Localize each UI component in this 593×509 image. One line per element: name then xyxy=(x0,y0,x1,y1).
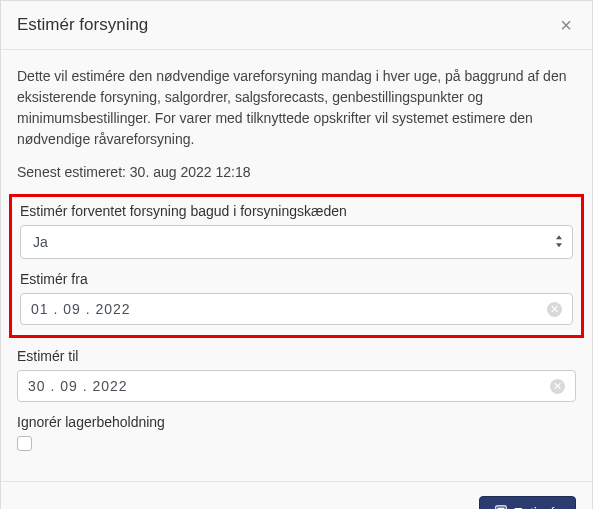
to-date-input[interactable] xyxy=(28,378,550,394)
close-button[interactable]: × xyxy=(556,15,576,35)
ignore-stock-label: Ignorér lagerbeholdning xyxy=(17,414,576,430)
field-backward: Estimér forventet forsyning bagud i fors… xyxy=(20,203,573,259)
description-text: Dette vil estimére den nødvendige varefo… xyxy=(17,66,576,150)
close-icon: ✕ xyxy=(550,304,559,315)
modal-body: Dette vil estimére den nødvendige varefo… xyxy=(1,50,592,509)
estimate-supply-modal: Estimér forsyning × Dette vil estimére d… xyxy=(0,0,593,509)
backward-label: Estimér forventet forsyning bagud i fors… xyxy=(20,203,573,219)
field-to: Estimér til ✕ xyxy=(17,348,576,402)
field-from: Estimér fra ✕ xyxy=(20,271,573,325)
ignore-stock-checkbox[interactable] xyxy=(17,436,32,451)
estimate-button-label: Estimér xyxy=(514,505,561,509)
to-clear-button[interactable]: ✕ xyxy=(550,379,565,394)
backward-select[interactable]: Ja xyxy=(20,225,573,259)
calculator-icon xyxy=(494,505,508,509)
backward-select-wrap: Ja xyxy=(20,225,573,259)
to-label: Estimér til xyxy=(17,348,576,364)
modal-header: Estimér forsyning × xyxy=(1,1,592,50)
modal-footer: Estimér xyxy=(1,481,592,509)
highlighted-section: Estimér forventet forsyning bagud i fors… xyxy=(9,194,584,338)
from-date-wrap[interactable]: ✕ xyxy=(20,293,573,325)
from-label: Estimér fra xyxy=(20,271,573,287)
estimate-button[interactable]: Estimér xyxy=(479,496,576,509)
from-date-input[interactable] xyxy=(31,301,547,317)
field-ignore-stock: Ignorér lagerbeholdning xyxy=(17,414,576,451)
close-icon: ✕ xyxy=(553,381,562,392)
to-date-wrap[interactable]: ✕ xyxy=(17,370,576,402)
from-clear-button[interactable]: ✕ xyxy=(547,302,562,317)
modal-title: Estimér forsyning xyxy=(17,15,148,35)
last-estimated-text: Senest estimeret: 30. aug 2022 12:18 xyxy=(17,164,576,180)
